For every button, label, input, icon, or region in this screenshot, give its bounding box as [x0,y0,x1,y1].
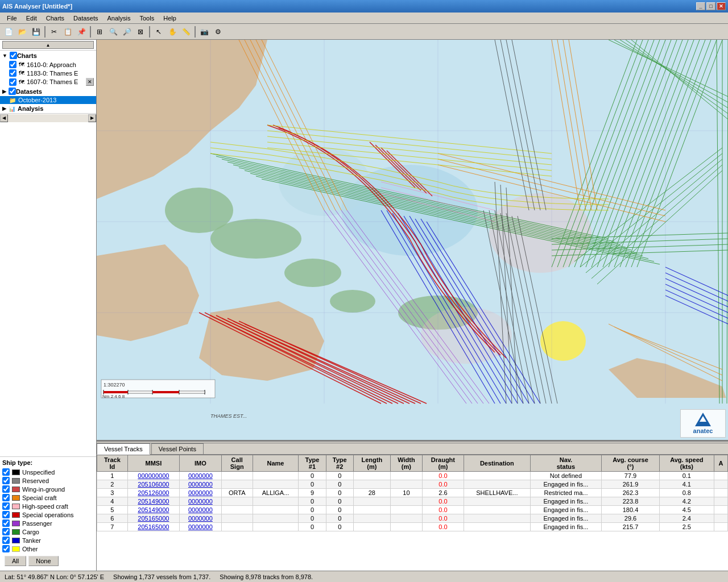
tab-vessel-tracks[interactable]: Vessel Tracks [97,443,150,455]
table-row[interactable]: 4 205149000 0000000 0 0 0.0 Engaged in f… [97,497,728,506]
cell-nav-status: Not defined [530,472,601,480]
menu-file[interactable]: File [2,14,22,23]
save-button[interactable]: 💾 [30,26,42,38]
maximize-button[interactable]: □ [706,2,715,10]
cell-imo[interactable]: 0000000 [179,514,221,523]
cell-mmsi[interactable]: 205165000 [127,514,179,523]
cell-avg-course: 215.7 [602,523,660,531]
cell-imo[interactable]: 0000000 [179,506,221,514]
charts-checkbox[interactable] [10,52,17,59]
title-bar-controls: _ □ ✕ [696,2,726,10]
copy-button[interactable]: 📋 [61,26,74,38]
cell-name: ALLIGA... [253,489,299,497]
ship-type-reserved-checkbox[interactable] [2,477,10,484]
cell-imo[interactable]: 0000000 [179,472,221,480]
scroll-right-button[interactable]: ▶ [88,114,96,122]
svg-line-87 [557,40,586,210]
title-bar: AIS Analyser [Untitled*] _ □ ✕ [0,0,728,13]
cell-name [253,480,299,489]
table-row[interactable]: 2 205106000 0000000 0 0 0.0 Engaged in f… [97,480,728,489]
svg-marker-1 [97,40,267,199]
cell-length [353,497,390,506]
table-row[interactable]: 5 205149000 0000000 0 0 0.0 Engaged in f… [97,506,728,514]
new-button[interactable]: 📄 [2,26,15,38]
scroll-track[interactable] [8,114,88,122]
tracks-svg: 1:302270 Nm 2 4 6 8 THAMES EST... [97,40,728,440]
cell-mmsi[interactable]: 205149000 [127,506,179,514]
chart-1607[interactable]: 🗺 1607-0: Thames E ✕ [0,77,96,86]
close-button[interactable]: ✕ [717,2,726,10]
menu-edit[interactable]: Edit [22,14,42,23]
scroll-left-button[interactable]: ◀ [0,114,8,122]
cell-mmsi[interactable]: 000000000 [127,472,179,480]
svg-line-36 [626,40,711,267]
zoom-in-button[interactable]: 🔍 [107,26,119,38]
ship-type-passenger-checkbox[interactable] [2,519,10,527]
table-row[interactable]: 1 000000000 0000000 0 0 0.0 Not defined … [97,472,728,480]
ship-type-tanker-checkbox[interactable] [2,537,10,544]
cell-imo[interactable]: 0000000 [179,523,221,531]
map-area[interactable]: 1:302270 Nm 2 4 6 8 THAMES EST... [97,40,728,440]
select-button[interactable]: ↖ [152,26,165,38]
cell-mmsi[interactable]: 205126000 [127,489,179,497]
table-row[interactable]: 7 205165000 0000000 0 0 0.0 Engaged in f… [97,523,728,531]
cell-imo[interactable]: 0000000 [179,480,221,489]
open-button[interactable]: 📂 [16,26,28,38]
zoom-area-button[interactable]: ⊠ [134,26,147,38]
svg-line-29 [586,40,671,267]
cell-mmsi[interactable]: 205165000 [127,523,179,531]
minimize-button[interactable]: _ [696,2,705,10]
menu-datasets[interactable]: Datasets [69,14,102,23]
chart-1183[interactable]: 🗺 1183-0: Thames E [0,69,96,77]
ship-type-reserved: Reserved [2,477,94,484]
svg-line-25 [563,40,648,267]
menu-analysis[interactable]: Analysis [103,14,135,23]
chart-1610[interactable]: 🗺 1610-0: Approach [0,60,96,69]
zoom-fit-button[interactable]: ⊞ [93,26,106,38]
none-button[interactable]: None [28,556,58,566]
menu-help[interactable]: Help [159,14,181,23]
ship-type-high-speed-checkbox[interactable] [2,502,10,510]
ship-type-special-craft-checkbox[interactable] [2,494,10,501]
menu-tools[interactable]: Tools [135,14,159,23]
cell-destination [464,472,530,480]
screenshot-button[interactable]: 📷 [198,26,210,38]
cell-type2: 0 [326,472,353,480]
cell-track-id: 1 [97,472,128,480]
svg-line-30 [592,40,677,267]
table-row[interactable]: 3 205126000 0000000 ORTA ALLIGA... 9 0 2… [97,489,728,497]
col-draught: Draught(m) [423,455,464,472]
table-row[interactable]: 6 205165000 0000000 0 0 0.0 Engaged in f… [97,514,728,523]
ship-type-other-checkbox[interactable] [2,545,10,552]
svg-line-62 [614,40,728,102]
paste-button[interactable]: 📌 [75,26,88,38]
analysis-header: ▶ 📊 Analysis [0,104,96,113]
tab-vessel-points[interactable]: Vessel Points [151,443,204,454]
cell-mmsi[interactable]: 205106000 [127,480,179,489]
dataset-october-2013[interactable]: 📁 October-2013 [0,96,96,104]
ship-type-special-ops-checkbox[interactable] [2,511,10,518]
data-table-container[interactable]: TrackId MMSI IMO CallSign Name Type#1 Ty… [97,455,728,571]
unspecified-swatch [12,469,20,475]
cell-imo[interactable]: 0000000 [179,497,221,506]
cell-length [353,480,390,489]
measure-button[interactable]: 📏 [180,26,192,38]
cell-length [353,506,390,514]
pan-button[interactable]: ✋ [166,26,179,38]
cell-type2: 0 [326,523,353,531]
svg-line-86 [552,40,580,210]
cell-imo[interactable]: 0000000 [179,489,221,497]
cell-mmsi[interactable]: 205149000 [127,497,179,506]
menu-charts[interactable]: Charts [42,14,69,23]
cut-button[interactable]: ✂ [48,26,60,38]
ship-type-unspecified-checkbox[interactable] [2,468,10,476]
scroll-up-button[interactable]: ▲ [2,41,94,49]
datasets-checkbox[interactable] [9,88,16,95]
cell-length [353,523,390,531]
settings-button[interactable]: ⚙ [212,26,224,38]
ship-type-wing-checkbox[interactable] [2,485,10,493]
zoom-out-button[interactable]: 🔎 [121,26,133,38]
close-chart-button[interactable]: ✕ [86,78,94,86]
ship-type-cargo-checkbox[interactable] [2,528,10,535]
all-button[interactable]: All [5,556,26,566]
